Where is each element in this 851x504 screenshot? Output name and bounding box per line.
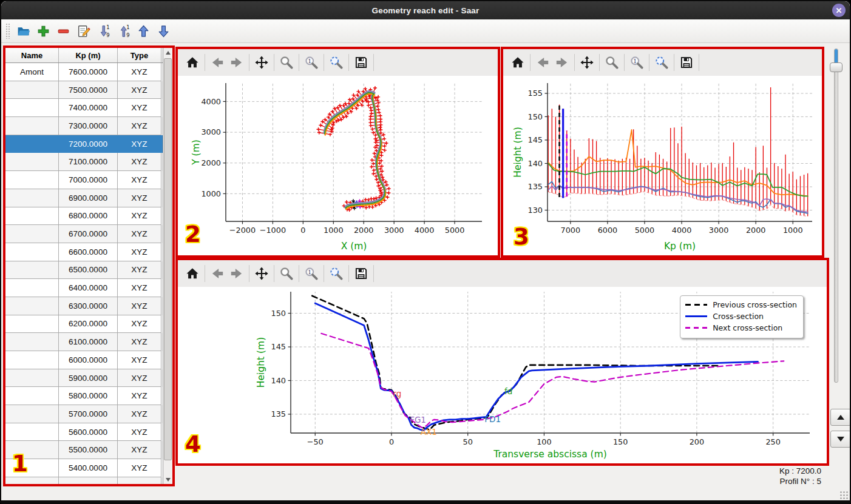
forward-button[interactable] — [227, 264, 246, 283]
table-row[interactable]: 7200.0000XYZ — [5, 135, 163, 153]
profile-slider-handle[interactable] — [830, 62, 843, 72]
table-row[interactable]: 6800.0000XYZ — [5, 207, 163, 226]
pan-button[interactable] — [252, 264, 271, 283]
profile-slider-track[interactable] — [834, 49, 838, 383]
home-icon — [185, 55, 200, 70]
toolbar-separator — [699, 54, 699, 71]
svg-text:0: 0 — [300, 226, 305, 235]
plan-view-plot[interactable]: −2000−1000010002000300040005000100020003… — [178, 76, 498, 255]
scroll-up-button[interactable] — [163, 48, 172, 57]
save-button[interactable] — [351, 53, 371, 72]
zoom-extents-button[interactable] — [652, 53, 671, 72]
cross-section-plot[interactable]: −50050100150200250135140145150Transverse… — [178, 287, 827, 463]
delete-cross-section-button[interactable] — [55, 22, 73, 40]
scrollbar-thumb[interactable] — [164, 58, 172, 460]
toolbar-separator — [373, 54, 374, 71]
table-row[interactable]: 5900.0000XYZ — [5, 369, 163, 388]
column-header-kp[interactable]: Kp (m) — [59, 48, 118, 62]
toolbar-grip-handle[interactable] — [5, 23, 10, 39]
table-row[interactable]: 7400.0000XYZ — [5, 99, 163, 117]
close-button[interactable]: ✕ — [832, 4, 846, 17]
svg-text:3000: 3000 — [201, 127, 221, 136]
back-button[interactable] — [208, 264, 227, 283]
table-cell: 6300.0000 — [59, 297, 118, 315]
open-file-button[interactable] — [15, 22, 33, 40]
zoom-extents-button[interactable] — [327, 53, 346, 72]
resize-grip[interactable] — [839, 491, 848, 499]
table-cell — [5, 189, 59, 207]
profil-readout: Profil N° : 5 — [779, 477, 821, 487]
previous-profile-button[interactable] — [830, 409, 851, 426]
home-icon — [185, 266, 200, 281]
pan-button[interactable] — [252, 53, 271, 72]
save-icon — [353, 55, 369, 70]
sort-descending-button[interactable]: 19 — [95, 22, 113, 40]
svg-text:FG1: FG1 — [410, 415, 426, 425]
save-button[interactable] — [677, 53, 696, 72]
column-header-type[interactable]: Type — [118, 48, 161, 62]
toolbar-separator — [530, 54, 531, 71]
table-cell: XYZ — [118, 387, 161, 405]
table-cell: 6900.0000 — [59, 189, 118, 207]
zoom-button[interactable] — [277, 264, 296, 283]
forward-button[interactable] — [552, 53, 572, 72]
zoom-region-button[interactable]: 1 — [627, 53, 646, 72]
svg-text:5000: 5000 — [635, 226, 655, 235]
titlebar[interactable]: Geometry reach edit - Saar ✕ — [1, 1, 850, 19]
scrollbar-track[interactable] — [163, 57, 172, 475]
table-scrollbar[interactable] — [163, 48, 172, 484]
zoom-button[interactable] — [602, 53, 622, 72]
column-header-name[interactable]: Name — [5, 48, 59, 62]
table-cell: 7500.0000 — [59, 81, 118, 99]
table-row[interactable]: 7300.0000XYZ — [5, 117, 163, 135]
toolbar-separator — [274, 54, 274, 71]
table-row[interactable]: 7100.0000XYZ — [5, 153, 163, 171]
table-row[interactable]: 6300.0000XYZ — [5, 297, 163, 315]
sort-ascending-button[interactable]: 19 — [115, 22, 133, 40]
table-cell — [5, 207, 59, 226]
move-up-button[interactable] — [135, 22, 153, 40]
table-row[interactable]: 5600.0000XYZ — [5, 423, 163, 442]
table-row[interactable]: 6000.0000XYZ — [5, 351, 163, 369]
svg-text:135: 135 — [271, 409, 286, 418]
add-cross-section-button[interactable] — [35, 22, 53, 40]
zoom-button[interactable] — [277, 53, 296, 72]
table-row[interactable]: 5700.0000XYZ — [5, 405, 163, 423]
svg-text:250: 250 — [765, 437, 780, 446]
move-down-button[interactable] — [155, 22, 173, 40]
forward-button[interactable] — [227, 53, 246, 72]
home-button[interactable] — [508, 53, 527, 72]
edit-cross-section-button[interactable] — [75, 22, 93, 40]
svg-text:0: 0 — [389, 437, 394, 446]
table-row[interactable]: 5400.0000XYZ — [5, 459, 163, 477]
home-button[interactable] — [183, 53, 202, 72]
zoom-region-button[interactable]: 1 — [302, 264, 321, 283]
table-row[interactable]: 6600.0000XYZ — [5, 243, 163, 261]
table-row[interactable]: 6500.0000XYZ — [5, 261, 163, 280]
back-button[interactable] — [533, 53, 552, 72]
table-row[interactable]: 6100.0000XYZ — [5, 333, 163, 351]
table-row[interactable]: 7000.0000XYZ — [5, 171, 163, 189]
svg-text:155: 155 — [528, 89, 543, 98]
scroll-down-button[interactable] — [163, 475, 172, 484]
long-profile-plot[interactable]: 7000600050004000300020001000130135140145… — [503, 76, 822, 255]
table-row[interactable]: Amont7600.0000XYZ — [5, 63, 163, 81]
table-cell: XYZ — [118, 117, 161, 135]
zoom-extents-button[interactable] — [327, 264, 346, 283]
table-row[interactable]: 6200.0000XYZ — [5, 315, 163, 334]
home-button[interactable] — [183, 264, 202, 283]
save-button[interactable] — [351, 264, 371, 283]
table-row[interactable]: 5500.0000XYZ — [5, 441, 163, 459]
table-row[interactable]: 7500.0000XYZ — [5, 81, 163, 99]
table-row[interactable]: 6400.0000XYZ — [5, 279, 163, 297]
zoom-region-button[interactable]: 1 — [302, 53, 321, 72]
table-row[interactable] — [5, 477, 163, 484]
table-cell: XYZ — [118, 333, 161, 351]
back-button[interactable] — [208, 53, 227, 72]
next-profile-button[interactable] — [830, 431, 851, 448]
table-row[interactable]: 6900.0000XYZ — [5, 189, 163, 207]
table-row[interactable]: 6700.0000XYZ — [5, 225, 163, 243]
legend-label: Next cross-section — [713, 323, 782, 332]
pan-button[interactable] — [577, 53, 597, 72]
table-row[interactable]: 5800.0000XYZ — [5, 387, 163, 405]
